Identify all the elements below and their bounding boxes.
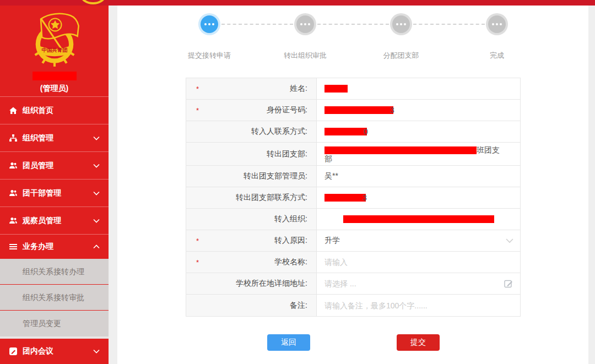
emblem-banner-text: 中国共青团: [41, 47, 67, 53]
redacted-value: [324, 106, 393, 114]
step-2-label: 转出组织审批: [261, 51, 349, 61]
field-label: * 学校名称:: [186, 252, 317, 273]
field-label: * 姓名:: [186, 78, 317, 99]
header-logo-icon: [80, 0, 106, 4]
redacted-value: [324, 194, 366, 202]
form-row-out-branch: 转出团支部: 班团支 部: [186, 143, 520, 166]
top-bar: [0, 0, 595, 6]
sidebar-item-org-manage[interactable]: 组织管理: [0, 124, 109, 151]
value-suffix: 3: [390, 106, 394, 115]
field-label: 转出团支部联系方式:: [186, 187, 317, 208]
step-3-circle: [390, 13, 412, 35]
name-value: [317, 78, 520, 99]
step-1-circle: [198, 13, 220, 35]
out-branch-admin-value: 吴**: [317, 166, 520, 187]
transfer-form: * 姓名: * 身份证号码: 3 转入人联系方式: 0: [186, 78, 521, 317]
sidebar-item-label: 业务办理: [23, 242, 53, 252]
sidebar-item-observer-manage[interactable]: 观察员管理: [0, 207, 109, 234]
school-address-input[interactable]: [324, 279, 512, 288]
submenu-item-transfer-handle[interactable]: 组织关系接转办理: [0, 259, 109, 285]
field-label: 学校所在地详细地址:: [186, 273, 317, 294]
sitemap-icon: [9, 134, 18, 143]
step-2-circle: [294, 13, 316, 35]
field-label: * 转入原因:: [186, 230, 317, 251]
form-row-id-number: * 身份证号码: 3: [186, 100, 520, 121]
users-icon: [9, 216, 18, 225]
profile-section: 中国共青团 (管理员): [0, 6, 109, 96]
value-suffix-line2: 部: [324, 154, 332, 163]
step-connector: [221, 24, 293, 25]
step-4-label: 完成: [453, 51, 541, 61]
chevron-down-icon: [93, 164, 100, 168]
redacted-value: [343, 215, 494, 223]
sidebar-item-label: 团内会议: [23, 346, 53, 356]
field-label: * 身份证号码:: [186, 100, 317, 121]
back-button[interactable]: 返回: [267, 334, 310, 351]
field-label: 备注:: [186, 295, 317, 316]
chevron-down-icon: [93, 136, 100, 140]
sidebar-item-org-home[interactable]: 组织首页: [0, 96, 109, 124]
step-connector: [413, 24, 485, 25]
sidebar-item-label: 团员管理: [23, 161, 53, 171]
step-1-label: 提交接转申请: [165, 51, 253, 61]
value-suffix: 0: [364, 127, 368, 136]
sidebar-item-label: 组织首页: [23, 106, 53, 116]
sidebar-item-meetings[interactable]: 团内会议: [0, 339, 109, 364]
edit-icon: [9, 347, 18, 356]
remarks-input[interactable]: [324, 301, 512, 310]
chevron-down-icon: [93, 219, 100, 223]
list-icon: [9, 242, 18, 251]
sidebar-item-cadre-manage[interactable]: 团干部管理: [0, 179, 109, 207]
sidebar-item-label: 组织管理: [23, 133, 53, 143]
business-submenu: 组织关系接转办理 组织关系接转审批 管理员变更: [0, 259, 109, 336]
league-emblem: 中国共青团: [0, 6, 109, 70]
form-row-school-name: * 学校名称:: [186, 252, 520, 273]
form-row-remarks: 备注:: [186, 295, 520, 316]
submenu-item-admin-change[interactable]: 管理员变更: [0, 311, 109, 336]
edit-address-icon[interactable]: [504, 279, 513, 289]
field-label: 转入人联系方式:: [186, 121, 317, 142]
home-icon: [9, 106, 18, 115]
in-org-value: [317, 209, 520, 230]
required-marker: *: [196, 237, 199, 245]
step-4-circle: [486, 13, 508, 35]
out-branch-value: 班团支 部: [317, 143, 520, 165]
field-label: 转出团支部:: [186, 143, 317, 165]
chevron-down-icon: [93, 191, 100, 195]
out-branch-contact-value: 3: [317, 187, 520, 208]
contact-value: 0: [317, 121, 520, 142]
school-name-input[interactable]: [324, 258, 512, 267]
users-icon: [9, 161, 18, 170]
redacted-value: [324, 128, 367, 135]
user-name-redacted: [33, 72, 77, 80]
form-row-reason: * 转入原因: 升学: [186, 230, 520, 252]
role-label: (管理员): [0, 84, 109, 94]
form-row-out-branch-contact: 转出团支部联系方式: 3: [186, 187, 520, 209]
step-connector: [317, 24, 389, 25]
form-row-in-org: 转入组织:: [186, 209, 520, 230]
users-icon: [9, 189, 18, 198]
required-marker: *: [196, 106, 199, 115]
sidebar-item-business[interactable]: 业务办理: [0, 234, 109, 259]
field-label: 转出团支部管理员:: [186, 166, 317, 187]
ellipsis-icon: [296, 15, 314, 33]
value-suffix: 3: [363, 193, 367, 202]
form-row-out-branch-admin: 转出团支部管理员: 吴**: [186, 166, 520, 187]
reason-select[interactable]: 升学: [317, 230, 520, 251]
ellipsis-icon: [488, 15, 506, 33]
submit-button[interactable]: 提交: [397, 334, 440, 351]
scrollbar-track[interactable]: [588, 6, 595, 364]
step-3-label: 分配团支部: [357, 51, 445, 61]
ellipsis-icon: [201, 15, 218, 33]
redacted-value: [324, 146, 477, 154]
main-content: 提交接转申请 转出组织审批 分配团支部 完成 * 姓名: * 身份证号码: 3: [117, 6, 588, 364]
chevron-up-icon: [93, 245, 100, 249]
form-row-contact: 转入人联系方式: 0: [186, 121, 520, 143]
field-label: 转入组织:: [186, 209, 317, 230]
submenu-item-transfer-approve[interactable]: 组织关系接转审批: [0, 285, 109, 311]
ellipsis-icon: [392, 15, 410, 33]
form-row-name: * 姓名:: [186, 78, 520, 100]
sidebar-item-label: 团干部管理: [23, 188, 61, 198]
sidebar-item-member-manage[interactable]: 团员管理: [0, 151, 109, 179]
transfer-stepper: 提交接转申请 转出组织审批 分配团支部 完成: [117, 6, 588, 66]
